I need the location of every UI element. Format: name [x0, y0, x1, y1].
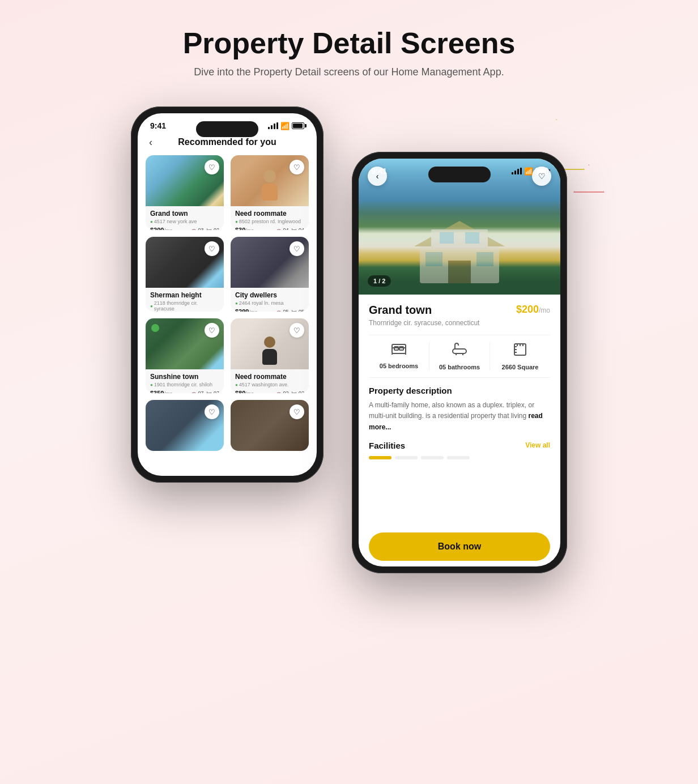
favorite-button-2[interactable]: ♡	[205, 241, 219, 256]
property-name-5: Need roommate	[235, 373, 304, 381]
property-price-5: $80/mo	[235, 390, 254, 393]
page-title: Property Detail Screens	[0, 27, 698, 59]
person-figure-5	[262, 336, 277, 365]
favorite-button-4[interactable]: ♡	[205, 323, 219, 338]
facilities-header: Facilities View all	[369, 441, 550, 450]
property-card-0[interactable]: ♡ Grand town ●4517 new york ave $200/mo …	[146, 155, 224, 230]
status-icons-left: 📶	[268, 122, 304, 130]
favorite-button-3[interactable]: ♡	[290, 241, 304, 256]
person-head-5	[264, 336, 275, 348]
property-grid: ♡ Grand town ●4517 new york ave $200/mo …	[138, 153, 317, 453]
property-info-1: Need roommate ●8502 preston rd. Inglewoo…	[231, 206, 309, 230]
property-info-3: City dwellers ●2464 royal ln. mesa $299/…	[231, 288, 309, 312]
favorite-button-0[interactable]: ♡	[205, 160, 219, 174]
facility-dot-1	[369, 456, 391, 459]
area-icon	[513, 342, 527, 360]
active-dot	[151, 324, 159, 332]
back-button-left[interactable]: ‹	[149, 137, 152, 148]
facility-dot-3	[421, 456, 444, 459]
right-phone: 9:41 📶	[352, 152, 567, 573]
property-detail-price: $200/mo	[516, 304, 550, 316]
bath-stat-1: 🛏 04	[292, 227, 304, 230]
features-row: 05 bedrooms 05 bathrooms	[369, 335, 550, 378]
property-price-3: $299/mo	[235, 308, 258, 312]
dynamic-island-right	[428, 167, 491, 182]
property-stats-4: 🚗 07 🛏 07	[190, 390, 219, 393]
property-image-1: ♡	[231, 155, 309, 206]
location-dot-4: ●	[150, 382, 153, 387]
dynamic-island-left	[196, 121, 258, 137]
property-name-3: City dwellers	[235, 291, 304, 299]
property-card-6[interactable]: ♡	[146, 400, 224, 451]
book-now-button[interactable]: Book now	[369, 532, 550, 561]
description-section-title: Property description	[369, 386, 550, 395]
property-info-5: Need roommate ●4517 washington ave. $80/…	[231, 369, 309, 393]
detail-content: Grand town $200/mo Thornridge cir. syrac…	[359, 295, 560, 566]
property-image-7: ♡	[231, 400, 309, 451]
feature-bathrooms-label: 05 bathrooms	[439, 364, 480, 370]
property-price-row-1: $30/mo 🚗 04 🛏 04	[235, 227, 304, 230]
property-image-0: ♡	[146, 155, 224, 206]
property-detail-location: Thornridge cir. syracuse, connecticut	[369, 319, 550, 327]
property-price-row-5: $80/mo 🚗 02 🛏 02	[235, 390, 304, 393]
wifi-icon-left: 📶	[280, 122, 290, 130]
bath-stat-4: 🛏 07	[207, 390, 219, 393]
favorite-button-right[interactable]: ♡	[532, 167, 551, 186]
svg-rect-0	[420, 244, 499, 283]
property-stats-1: 🚗 04 🛏 04	[275, 227, 304, 230]
svg-rect-6	[440, 232, 454, 244]
property-image-5: ♡	[231, 318, 309, 369]
feature-area: 2660 Square	[490, 342, 550, 370]
feature-bedrooms: 05 bedrooms	[369, 342, 429, 370]
status-time-left: 9:41	[150, 121, 166, 130]
favorite-button-5[interactable]: ♡	[290, 323, 304, 338]
person-head-1	[263, 170, 276, 182]
property-name-4: Sunshine town	[150, 373, 219, 381]
property-card-7[interactable]: ♡	[231, 400, 309, 451]
property-card-1[interactable]: ♡ Need roommate ●8502 preston rd. Inglew…	[231, 155, 309, 230]
battery-icon-left	[292, 122, 304, 129]
location-dot-2: ●	[150, 304, 153, 309]
feature-bathrooms: 05 bathrooms	[429, 342, 490, 370]
property-price-row-3: $299/mo 🚗 05 🛏 05	[235, 308, 304, 312]
favorite-button-6[interactable]: ♡	[205, 404, 219, 419]
bed-stat-1: 🚗 04	[275, 227, 289, 230]
property-name-1: Need roommate	[235, 210, 304, 218]
property-price-1: $30/mo	[235, 227, 254, 230]
person-body-5	[262, 349, 277, 365]
property-card-2[interactable]: ♡ Sherman height ●2118 thornridge cir. s…	[146, 237, 224, 312]
property-image-2: ♡	[146, 237, 224, 288]
property-price-0: $200/mo	[150, 227, 173, 230]
location-dot-1: ●	[235, 219, 238, 224]
bath-stat-5: 🛏 02	[292, 390, 304, 393]
svg-marker-1	[414, 221, 505, 246]
svg-rect-5	[431, 229, 488, 249]
image-counter: 1 / 2	[368, 275, 391, 287]
property-card-5[interactable]: ♡ Need roommate ●4517 washington ave. $8…	[231, 318, 309, 393]
property-image-3: ♡	[231, 237, 309, 288]
right-phone-screen: 9:41 📶	[359, 159, 560, 566]
page-subtitle: Dive into the Property Detail screens of…	[0, 66, 698, 78]
person-figure-1	[262, 170, 278, 201]
svg-rect-7	[465, 232, 479, 244]
bed-stat-4: 🚗 07	[190, 390, 204, 393]
signal-bars-left	[268, 122, 278, 129]
phones-wrapper: 9:41 📶 ‹ Recommended for you	[0, 95, 698, 607]
favorite-button-7[interactable]: ♡	[290, 404, 304, 419]
property-address-2: ●2118 thornridge cir. syracuse	[150, 300, 219, 312]
facilities-dots	[369, 456, 550, 459]
back-button-right[interactable]: ‹	[368, 167, 387, 186]
view-all-link[interactable]: View all	[525, 441, 550, 449]
property-price-row-0: $200/mo 🚗 03 🛏 03	[150, 227, 219, 230]
favorite-button-1[interactable]: ♡	[290, 160, 304, 174]
svg-rect-3	[425, 252, 442, 266]
property-address-3: ●2464 royal ln. mesa	[235, 300, 304, 306]
feature-bedrooms-label: 05 bedrooms	[380, 363, 418, 369]
property-info-0: Grand town ●4517 new york ave $200/mo 🚗 …	[146, 206, 224, 230]
property-card-3[interactable]: ♡ City dwellers ●2464 royal ln. mesa $29…	[231, 237, 309, 312]
property-card-4[interactable]: ♡ Sunshine town ●1901 thornridge cir. sh…	[146, 318, 224, 393]
property-address-5: ●4517 washington ave.	[235, 382, 304, 387]
bed-icon	[391, 342, 407, 359]
facility-dot-2	[395, 456, 418, 459]
svg-rect-2	[448, 261, 471, 283]
